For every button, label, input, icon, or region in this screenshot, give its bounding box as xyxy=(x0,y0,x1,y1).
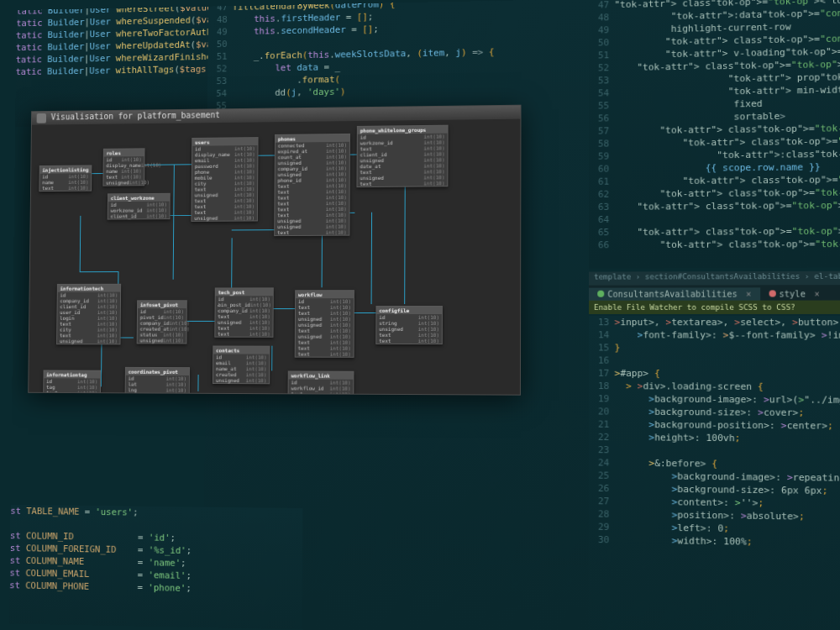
relation-wire xyxy=(271,346,272,371)
db-column: pivot_idint(10) xyxy=(138,314,186,320)
code-line[interactable]: 65 "tok-attr"> class"tok-op">="tok-op"><… xyxy=(589,224,840,239)
db-column: company_idint(10) xyxy=(58,297,120,303)
tab-label: style xyxy=(780,289,806,298)
db-column: textint(10) xyxy=(289,391,354,394)
relation-wire xyxy=(371,213,372,304)
code-line[interactable]: 18 > >div>.loading-screen { xyxy=(589,380,840,394)
db-column: client_idint(10) xyxy=(108,213,170,218)
relation-wire xyxy=(272,308,295,309)
db-table-phone_whitelone_groups[interactable]: phone_whitelone_groupsidint(10)workzone_… xyxy=(356,125,448,187)
db-column: unsignedint(10) xyxy=(103,179,144,185)
db-table-users[interactable]: usersidint(10)display_nameint(10)emailin… xyxy=(191,137,258,222)
db-table-header[interactable]: informationtech xyxy=(58,285,120,292)
relation-wire xyxy=(353,312,376,313)
vue-template-pane[interactable]: 47"tok-attr"> class"tok-op">="tok-op"><"… xyxy=(589,0,840,269)
db-table-header[interactable]: informationtag xyxy=(44,370,100,378)
db-column: textint(10) xyxy=(275,229,349,235)
db-table-header[interactable]: tech_post xyxy=(216,288,273,296)
code-line[interactable]: 30 >width>: 100%; xyxy=(589,533,840,550)
db-column: lngint(10) xyxy=(126,386,189,392)
tab-label: ConsultantsAvailabilities xyxy=(607,289,737,298)
db-column: unsignedint(10) xyxy=(296,316,354,322)
db-column: textint(10) xyxy=(296,304,354,310)
db-column: textint(10) xyxy=(215,313,272,319)
db-column: unsignedint(10) xyxy=(213,377,269,383)
relation-wire xyxy=(404,171,406,304)
database-diagram-window[interactable]: Visualisation for platform_basement inje… xyxy=(28,105,521,396)
tab-dot-icon xyxy=(597,291,604,297)
close-icon[interactable]: × xyxy=(746,289,751,298)
db-column: company_idint(10) xyxy=(216,307,273,313)
relation-wire xyxy=(92,173,102,174)
db-column: idint(10) xyxy=(296,298,354,304)
db-column: unsignedint(10) xyxy=(215,319,272,325)
code-line[interactable]: 16 xyxy=(589,354,840,367)
db-table-header[interactable]: workflow xyxy=(296,291,354,298)
php-constants-pane[interactable]: const TABLE_NAME = 'users';const COLUMN_… xyxy=(9,505,302,630)
relation-wire xyxy=(80,271,118,272)
db-column: textint(10) xyxy=(44,390,100,395)
db-column: textint(10) xyxy=(376,338,442,344)
relation-wire xyxy=(80,216,81,271)
db-table-informationtag[interactable]: informationtagidint(10)tagint(10)textint… xyxy=(43,370,101,394)
tab-dot-icon xyxy=(769,290,775,297)
db-table-contacts[interactable]: contactsidint(10)emailint(10)name_atint(… xyxy=(213,346,270,385)
relation-wire xyxy=(173,164,175,279)
db-column: idint(10) xyxy=(216,296,273,302)
db-column: textint(10) xyxy=(357,180,447,186)
notice-text: Enable File Watcher to compile SCSS to C… xyxy=(594,303,795,312)
db-column: textint(10) xyxy=(39,185,91,191)
tab-consultantsavailabilities[interactable]: ConsultantsAvailabilities× xyxy=(589,287,760,300)
relation-wire xyxy=(197,375,198,391)
file-watcher-notice: Enable File Watcher to compile SCSS to C… xyxy=(589,301,840,314)
relation-wire xyxy=(231,238,232,287)
db-table-coordinates_pivot[interactable]: coordinates_pivotidint(10)latint(10)lngi… xyxy=(125,367,190,394)
db-table-header[interactable]: coordinates_pivot xyxy=(126,368,189,375)
code-line[interactable]: 66 "tok-attr"> class"tok-op">="tok-op"><… xyxy=(589,238,840,252)
breadcrumb[interactable]: template › section#ConsultantsAvailabili… xyxy=(589,271,840,286)
db-column: unsignedint(10) xyxy=(296,322,354,328)
db-column: stringint(10) xyxy=(376,320,442,326)
db-column: unsignedint(10) xyxy=(192,215,257,221)
diagram-title-text: Visualisation for platform_basement xyxy=(51,110,220,121)
db-table-workflow[interactable]: workflowidint(10)textint(10)textint(10)u… xyxy=(295,290,354,358)
db-table-infoset_pivot[interactable]: infoset_pivotidint(10)pivot_idint(10)com… xyxy=(137,300,187,344)
scss-pane[interactable]: 13>input>, >textarea>, >select>, >button… xyxy=(589,316,840,630)
db-column: loginint(10) xyxy=(57,315,119,321)
db-table-informationtech[interactable]: informationtechidint(10)company_idint(10… xyxy=(56,284,121,345)
relation-wire xyxy=(256,155,274,156)
code-line[interactable]: 17>#app> { xyxy=(589,367,840,381)
db-table-configfile[interactable]: configfileidint(10)stringint(10)unsigned… xyxy=(375,306,443,344)
db-column: bin_post_idint(10) xyxy=(216,302,273,307)
db-column: unsignedint(10) xyxy=(138,338,186,344)
code-line[interactable]: 15} xyxy=(589,341,840,354)
db-column: textint(10) xyxy=(296,351,354,357)
code-line[interactable]: 63 "tok-attr"> class"tok-op">="tok-op"><… xyxy=(589,199,840,213)
code-line[interactable]: 14 >font-family>: >$--font-family> >!imp… xyxy=(589,328,840,342)
db-table-phones[interactable]: phonesconnectedint(10)expired_atint(10)c… xyxy=(274,134,350,236)
db-table-roles[interactable]: rolesidint(10)display_nameint(10)nameint… xyxy=(102,148,144,186)
code-line[interactable]: 64 xyxy=(589,212,840,226)
db-column: idint(10) xyxy=(138,308,186,314)
db-column: user_idint(10) xyxy=(57,309,119,315)
db-table-client_workzone[interactable]: client_workzoneidint(10)workzone_idint(1… xyxy=(108,193,171,220)
db-column: client_idint(10) xyxy=(58,303,120,309)
db-table-header[interactable]: infoset_pivot xyxy=(138,301,186,308)
tab-style[interactable]: style× xyxy=(760,287,828,300)
db-column: textint(10) xyxy=(296,310,354,316)
code-line[interactable]: 13>input>, >textarea>, >select>, >button… xyxy=(589,316,840,328)
db-table-injectionlisting[interactable]: injectionlistingidint(10)nameint(10)text… xyxy=(39,165,92,192)
db-column: company_idint(10) xyxy=(138,320,186,326)
db-column: textint(10) xyxy=(215,331,272,337)
db-table-workflow_link[interactable]: workflow_linkidint(10)workflow_idint(10)… xyxy=(288,370,354,394)
db-column: idint(10) xyxy=(376,314,441,320)
db-table-header[interactable]: workflow_link xyxy=(289,371,354,379)
db-table-tech_post[interactable]: tech_postidint(10)bin_post_idint(10)comp… xyxy=(214,287,273,337)
db-table-header[interactable]: configfile xyxy=(376,307,441,314)
diagram-canvas[interactable]: injectionlistingidint(10)nameint(10)text… xyxy=(29,119,520,395)
db-table-header[interactable]: contacts xyxy=(213,347,269,354)
db-column: unsignedint(10) xyxy=(57,338,120,344)
close-icon[interactable]: × xyxy=(814,289,819,298)
code-line[interactable]: 22 >height>: 100vh; xyxy=(589,431,840,446)
